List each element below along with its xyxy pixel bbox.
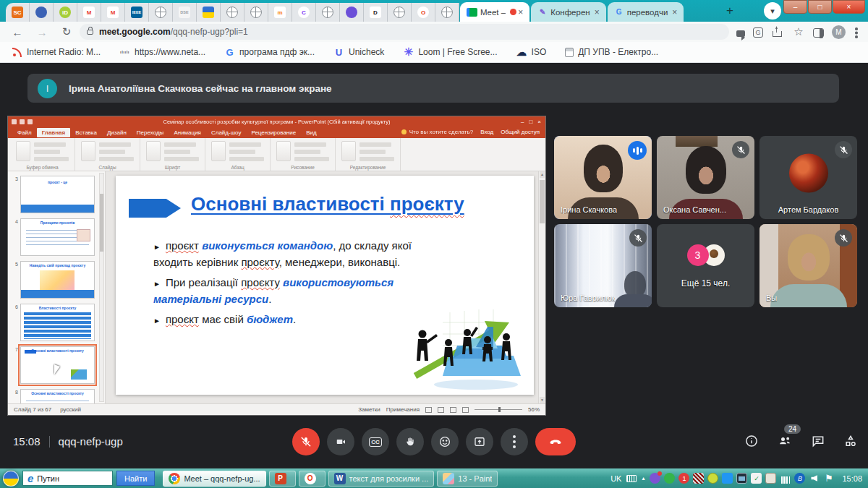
pinned-tab[interactable] (221, 3, 244, 22)
normal-view-icon[interactable] (425, 407, 432, 413)
zoom-level[interactable]: 56% (528, 406, 540, 413)
slideshow-icon[interactable] (462, 407, 469, 413)
ribbon-group[interactable]: Слайды (75, 138, 140, 171)
activities-button[interactable] (843, 434, 858, 448)
slide-thumbnail[interactable]: Властивості проєкту (20, 304, 95, 341)
pinned-tab[interactable]: M (101, 3, 125, 22)
slide-thumbnail[interactable]: проєкт - це (20, 176, 95, 213)
ribbon-big-button[interactable] (81, 141, 95, 161)
participant-tile[interactable]: Вы (760, 224, 857, 307)
current-slide[interactable]: Основні властивості проєкту ►проєкт вико… (116, 176, 534, 395)
taskbar-search-input[interactable] (37, 474, 95, 483)
participant-tile[interactable]: Оксана Савчен... (657, 136, 754, 219)
bookmark-item[interactable]: ✳ Loom | Free Scree... (403, 47, 497, 58)
pinned-tab[interactable] (197, 3, 221, 22)
pinned-tab[interactable] (340, 3, 364, 22)
task-button[interactable]: W текст для розсилки ... (328, 471, 435, 487)
ppt-maximize-icon[interactable]: □ (529, 119, 532, 125)
share-icon[interactable] (771, 26, 784, 39)
ribbon-big-button[interactable] (146, 141, 161, 161)
tell-me-assist[interactable]: Что вы хотите сделать? (401, 129, 473, 135)
ppt-minimize-icon[interactable]: – (521, 119, 524, 125)
participant-tile[interactable]: Ірина Скачкова (554, 136, 652, 219)
ppt-share-button[interactable]: Общий доступ (501, 129, 540, 135)
raise-hand-button[interactable] (396, 428, 424, 455)
side-panel-icon[interactable] (813, 28, 824, 38)
slide-thumbnail[interactable]: Наведіть свій приклад проєкту (20, 261, 95, 299)
maximize-button[interactable]: □ (808, 0, 832, 14)
task-button[interactable]: 13 - Paint (437, 471, 498, 487)
tab-search-button[interactable]: ▾ (764, 2, 781, 20)
browser-tab[interactable]: ✎ Конферен × (531, 2, 605, 22)
ribbon-big-button[interactable] (341, 141, 356, 161)
taskbar-clock[interactable]: 15:08 (842, 474, 862, 483)
pinned-tab[interactable]: D (364, 3, 388, 22)
language-indicator[interactable]: русский (60, 406, 81, 413)
browser-menu-icon[interactable] (855, 25, 858, 38)
ribbon-group[interactable]: Редактирование (336, 138, 401, 171)
tray-icon[interactable]: ⚑ (823, 473, 834, 484)
pinned-tab[interactable] (316, 3, 340, 22)
bookmark-item[interactable]: U Unicheck (333, 47, 384, 58)
slide-sorter-icon[interactable] (438, 407, 444, 413)
task-button[interactable]: P (269, 471, 296, 487)
participant-tile[interactable]: Артем Бардаков (760, 136, 857, 219)
tab-close-icon[interactable]: × (595, 7, 600, 17)
tray-icon[interactable] (765, 473, 776, 484)
tray-icon[interactable]: 1 (678, 473, 689, 484)
tab-close-icon[interactable]: × (672, 7, 677, 17)
minimize-button[interactable]: – (783, 0, 807, 14)
bookmark-item[interactable]: ☁ ISO (516, 47, 547, 58)
tray-icon[interactable] (707, 473, 718, 484)
tray-icon[interactable] (722, 473, 733, 484)
pinned-tab[interactable] (388, 3, 412, 22)
participant-tile[interactable]: 3 Ещё 15 чел. (657, 224, 754, 307)
bookmark-item[interactable]: Internet Radio: M... (12, 47, 101, 58)
new-tab-button[interactable]: + (720, 1, 739, 20)
ribbon-big-button[interactable] (16, 141, 30, 161)
participants-button[interactable]: 24 (777, 434, 793, 448)
chat-button[interactable] (811, 434, 825, 448)
keyboard-layout[interactable]: UK (610, 474, 621, 483)
profile-avatar[interactable]: M (832, 25, 846, 39)
ppt-ribbon-tab[interactable]: Слайд-шоу (206, 128, 246, 137)
ribbon-group[interactable]: Рисование (271, 138, 336, 171)
tray-icon[interactable] (736, 473, 747, 484)
pinned-tab[interactable] (149, 3, 173, 22)
reload-icon[interactable]: ↻ (59, 25, 74, 38)
pinned-tab[interactable]: M (77, 3, 101, 22)
reading-view-icon[interactable] (450, 407, 456, 413)
ppt-ribbon-tab[interactable]: Рецензирование (246, 128, 301, 137)
bookmark-item[interactable]: ılıılı https://www.neta... (119, 47, 205, 58)
tray-icon[interactable] (650, 473, 660, 484)
ppt-ribbon-tab[interactable]: Переходы (132, 128, 169, 137)
ppt-ribbon-tab[interactable]: Анимация (169, 128, 206, 137)
browser-tab[interactable]: Meet – × (460, 2, 529, 22)
taskbar-search-button[interactable]: Найти (116, 471, 155, 486)
address-bar[interactable]: meet.google.com /qqq-nefp-ugp?pli=1 (80, 24, 729, 40)
lock-icon[interactable] (87, 30, 93, 35)
keyboard-icon[interactable] (626, 475, 637, 482)
present-button[interactable] (466, 428, 493, 455)
slide-thumbnail[interactable]: Основні властивості проєкту (20, 346, 95, 384)
meeting-details-button[interactable] (744, 434, 759, 448)
leave-call-button[interactable] (535, 428, 576, 455)
more-options-button[interactable] (501, 428, 528, 455)
pinned-tab[interactable] (244, 3, 268, 22)
pinned-tab[interactable]: SC (6, 3, 30, 22)
pinned-tab[interactable]: DSE (173, 3, 197, 22)
browser-tab[interactable]: G переводчи × (608, 2, 684, 22)
tab-close-icon[interactable]: × (518, 7, 523, 17)
pinned-tab[interactable] (435, 3, 459, 22)
pinned-tab[interactable]: iD (54, 3, 77, 22)
notes-toggle[interactable]: Заметки (358, 406, 380, 413)
mic-toggle-button[interactable] (292, 428, 320, 455)
ppt-ribbon-tab[interactable]: Вставка (70, 128, 102, 137)
ppt-close-icon[interactable]: × (537, 119, 541, 125)
thumbnails-scrollbar[interactable] (99, 173, 104, 402)
slide-thumbnail[interactable]: Основні властивості проєкту (20, 389, 95, 403)
pinned-tab[interactable]: O (412, 3, 435, 22)
tray-icon[interactable]: B (794, 473, 805, 484)
slide-thumbnail[interactable]: Принципи проєктів (20, 218, 95, 256)
reactions-button[interactable] (431, 428, 459, 455)
